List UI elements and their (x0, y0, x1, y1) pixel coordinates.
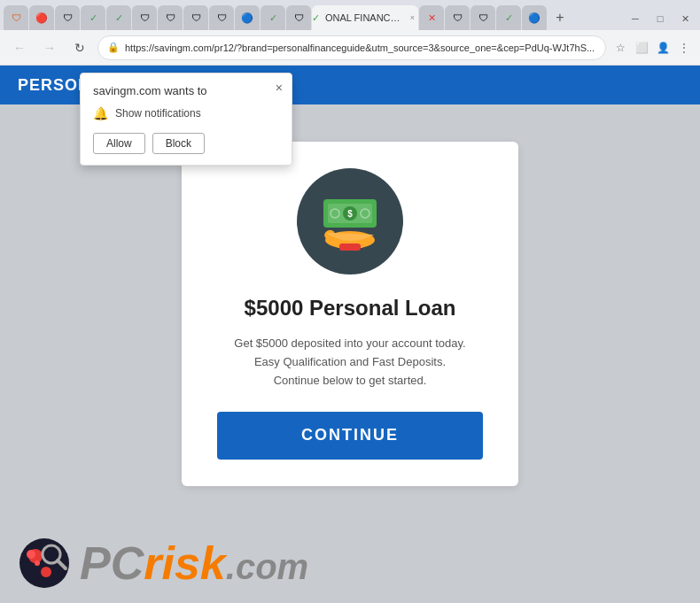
lock-icon: 🔒 (107, 42, 120, 53)
popup-notification-row: 🔔 Show notifications (93, 106, 279, 120)
reload-button[interactable]: ↻ (67, 35, 92, 60)
bookmark-icon[interactable]: ☆ (611, 39, 629, 57)
site-body: $ (0, 104, 700, 523)
card-desc-line1: Get $5000 deposited into your account to… (234, 336, 465, 350)
page-content: PERSONAL FINANCE GUIDE $ (0, 66, 700, 603)
continue-button[interactable]: CONTINUE (217, 412, 483, 460)
tab-1[interactable]: 🛡 (4, 5, 28, 30)
card-description: Get $5000 deposited into your account to… (234, 335, 465, 390)
tab-9[interactable]: 🛡 (209, 5, 234, 30)
tab-active[interactable]: ✓ ONAL FINANCE GUIDE × (312, 5, 418, 30)
window-controls: ─ □ ✕ (624, 7, 696, 30)
money-hand-icon: $ (310, 190, 390, 252)
back-button[interactable]: ← (7, 35, 32, 60)
popup-buttons: Allow Block (93, 133, 279, 154)
pcrisk-text-logo: PCrisk.com (80, 537, 308, 590)
bell-icon: 🔔 (93, 106, 108, 120)
address-actions: ☆ ⬜ 👤 ⋮ (611, 39, 693, 57)
close-button[interactable]: ✕ (673, 7, 696, 30)
content-card: $ (182, 142, 518, 485)
tab-7[interactable]: 🛡 (158, 5, 183, 30)
url-text: https://savingm.com/pr12/?brand=personal… (125, 43, 596, 53)
svg-rect-8 (339, 244, 361, 251)
menu-icon[interactable]: ⋮ (675, 39, 693, 57)
tab-17[interactable]: ✓ (496, 5, 521, 30)
tab-15[interactable]: 🛡 (445, 5, 470, 30)
notification-popup: × savingm.com wants to 🔔 Show notificati… (80, 73, 292, 166)
active-tab-label: ONAL FINANCE GUIDE (320, 12, 407, 23)
new-tab-button[interactable]: + (548, 5, 572, 30)
address-bar-row: ← → ↻ 🔒 https://savingm.com/pr12/?brand=… (0, 30, 700, 66)
profile-icon[interactable]: 👤 (654, 39, 672, 57)
card-desc-line2: Easy Qualification and Fast Deposits. (254, 355, 446, 368)
address-bar[interactable]: 🔒 https://savingm.com/pr12/?brand=person… (97, 35, 606, 60)
tab-3[interactable]: 🛡 (55, 5, 80, 30)
allow-button[interactable]: Allow (93, 133, 145, 154)
forward-button[interactable]: → (37, 35, 62, 60)
minimize-button[interactable]: ─ (624, 7, 647, 30)
tab-11[interactable]: ✓ (261, 5, 285, 30)
tab-close-active[interactable]: × (407, 13, 418, 22)
svg-text:$: $ (347, 209, 353, 219)
pcrisk-risk: risk (144, 537, 226, 589)
popup-title: savingm.com wants to (93, 84, 279, 97)
tab-5[interactable]: ✓ (106, 5, 131, 30)
popup-notification-text: Show notifications (115, 107, 201, 120)
card-desc-line3: Continue below to get started. (274, 374, 427, 387)
tab-12[interactable]: 🛡 (286, 5, 311, 30)
tab-4[interactable]: ✓ (81, 5, 105, 30)
svg-point-13 (41, 567, 51, 577)
block-button[interactable]: Block (152, 133, 205, 154)
svg-point-11 (27, 550, 35, 559)
tab-2[interactable]: 🔴 (29, 5, 54, 30)
pcrisk-ball-icon (18, 537, 71, 590)
popup-close-button[interactable]: × (276, 81, 283, 95)
tab-18[interactable]: 🔵 (522, 5, 547, 30)
tabs-row: 🛡 🔴 🛡 ✓ ✓ 🛡 🛡 🛡 🛡 🔵 ✓ (0, 0, 700, 30)
tab-6[interactable]: 🛡 (132, 5, 157, 30)
svg-point-12 (35, 560, 40, 566)
extension-icon[interactable]: ⬜ (633, 39, 650, 57)
card-title: $5000 Personal Loan (245, 296, 456, 321)
tab-8[interactable]: 🛡 (183, 5, 208, 30)
tab-10[interactable]: 🔵 (235, 5, 260, 30)
pcrisk-com: .com (226, 547, 308, 586)
pcrisk-footer: PCrisk.com (0, 523, 700, 603)
loan-icon-circle: $ (297, 168, 403, 274)
tab-16[interactable]: 🛡 (471, 5, 495, 30)
tab-14[interactable]: ✕ (419, 5, 444, 30)
maximize-button[interactable]: □ (649, 7, 672, 30)
browser-frame: 🛡 🔴 🛡 ✓ ✓ 🛡 🛡 🛡 🛡 🔵 ✓ (0, 0, 700, 603)
pcrisk-pc: PC (80, 537, 144, 589)
